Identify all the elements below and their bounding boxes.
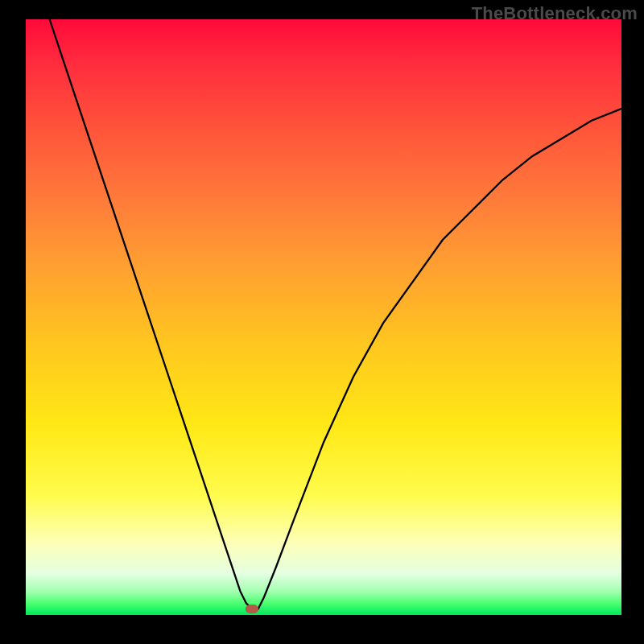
chart-container: TheBottleneck.com bbox=[0, 0, 644, 644]
plot-area bbox=[26, 19, 621, 615]
optimal-marker-layer bbox=[26, 19, 621, 615]
optimal-point-marker bbox=[246, 605, 258, 613]
